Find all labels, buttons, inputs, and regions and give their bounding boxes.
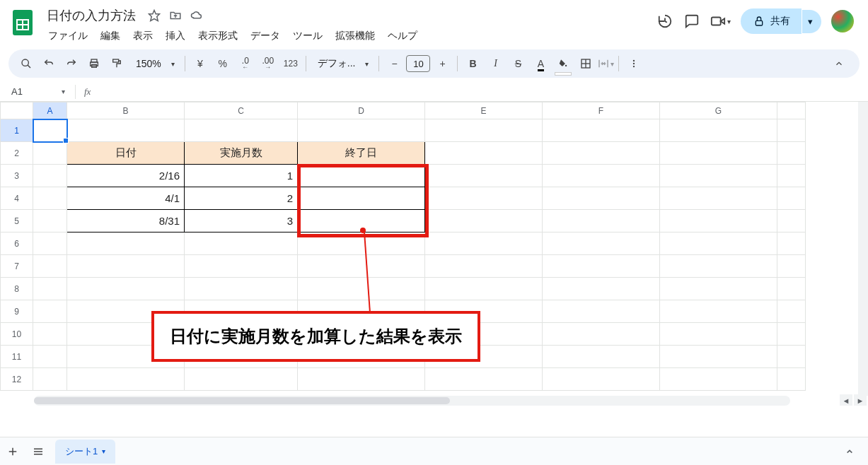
cell[interactable]	[543, 187, 660, 210]
cell-C4[interactable]: 2	[185, 187, 298, 210]
cell[interactable]	[660, 187, 777, 210]
cell[interactable]	[33, 346, 67, 368]
cell[interactable]	[660, 368, 777, 391]
zoom-select[interactable]: 150%▾	[129, 58, 180, 69]
cell[interactable]	[660, 300, 777, 323]
menu-data[interactable]: データ	[245, 27, 286, 45]
cell[interactable]	[777, 142, 806, 165]
cell-B2[interactable]: 日付	[67, 142, 185, 165]
cell[interactable]	[660, 346, 777, 368]
star-icon[interactable]	[147, 8, 161, 23]
col-header-B[interactable]: B	[67, 102, 185, 119]
row-header-3[interactable]: 3	[1, 165, 33, 187]
row-header-7[interactable]: 7	[1, 255, 33, 278]
cell[interactable]	[67, 232, 185, 255]
cell[interactable]	[777, 232, 806, 255]
cloud-status-icon[interactable]	[190, 8, 204, 23]
cell-B4[interactable]: 4/1	[67, 187, 185, 210]
cell-C2[interactable]: 実施月数	[185, 142, 298, 165]
cell[interactable]	[543, 142, 660, 165]
cell-D3[interactable]	[298, 165, 425, 187]
account-avatar[interactable]	[831, 10, 854, 33]
cell[interactable]	[425, 255, 543, 278]
cell-C5[interactable]: 3	[185, 210, 298, 232]
cell[interactable]	[543, 368, 660, 391]
cell[interactable]	[33, 187, 67, 210]
col-header-C[interactable]: C	[185, 102, 298, 119]
cell-C3[interactable]: 1	[185, 165, 298, 187]
cell[interactable]	[33, 210, 67, 232]
menu-tools[interactable]: ツール	[287, 27, 328, 45]
decrease-decimal-icon[interactable]: .0←	[235, 53, 256, 74]
scroll-right-icon[interactable]: ►	[854, 394, 867, 406]
cell[interactable]	[660, 255, 777, 278]
sheet-tab-1[interactable]: シート1 ▾	[55, 440, 115, 464]
cell-B3[interactable]: 2/16	[67, 165, 185, 187]
cell[interactable]	[67, 278, 185, 300]
cell[interactable]	[298, 368, 425, 391]
menu-view[interactable]: 表示	[127, 27, 158, 45]
cell[interactable]	[185, 119, 298, 142]
row-header-11[interactable]: 11	[1, 346, 33, 368]
fontsize-increase[interactable]: +	[432, 53, 453, 74]
sheet-tab-menu-icon[interactable]: ▾	[102, 447, 105, 455]
cell[interactable]	[543, 346, 660, 368]
cell[interactable]	[67, 255, 185, 278]
increase-decimal-icon[interactable]: .00→	[257, 53, 279, 74]
cell[interactable]	[298, 278, 425, 300]
cell[interactable]	[777, 300, 806, 323]
cell[interactable]	[660, 323, 777, 346]
add-sheet-icon[interactable]	[0, 439, 25, 464]
cell[interactable]	[33, 323, 67, 346]
cell-B5[interactable]: 8/31	[67, 210, 185, 232]
row-header-12[interactable]: 12	[1, 368, 33, 391]
meet-icon[interactable]: ▾	[710, 13, 731, 30]
name-box[interactable]: A1 ▾	[6, 86, 71, 97]
cell[interactable]	[425, 142, 543, 165]
menu-extensions[interactable]: 拡張機能	[330, 27, 381, 45]
share-button[interactable]: 共有	[741, 8, 802, 34]
cell[interactable]	[33, 300, 67, 323]
cell[interactable]	[425, 278, 543, 300]
row-header-8[interactable]: 8	[1, 278, 33, 300]
undo-icon[interactable]	[38, 53, 59, 74]
col-header-D[interactable]: D	[298, 102, 425, 119]
row-header-10[interactable]: 10	[1, 323, 33, 346]
strikethrough-icon[interactable]: S	[507, 53, 528, 74]
col-header-E[interactable]: E	[425, 102, 543, 119]
cell[interactable]	[33, 255, 67, 278]
vertical-scrollbar[interactable]	[858, 102, 868, 396]
fontsize-input[interactable]: 10	[406, 55, 430, 72]
cell[interactable]	[425, 232, 543, 255]
cell[interactable]	[298, 255, 425, 278]
row-header-6[interactable]: 6	[1, 232, 33, 255]
cell[interactable]	[777, 323, 806, 346]
cell[interactable]	[777, 165, 806, 187]
cell[interactable]	[425, 119, 543, 142]
doc-title[interactable]: 日付の入力方法	[42, 6, 140, 25]
more-formats-icon[interactable]: 123	[280, 53, 301, 74]
cell[interactable]	[777, 119, 806, 142]
menu-format[interactable]: 表示形式	[192, 27, 243, 45]
cell-D4[interactable]	[298, 187, 425, 210]
cell[interactable]	[777, 368, 806, 391]
cell[interactable]	[543, 300, 660, 323]
redo-icon[interactable]	[61, 53, 82, 74]
col-header-F[interactable]: F	[543, 102, 660, 119]
share-dropdown[interactable]: ▾	[802, 10, 821, 33]
cell[interactable]	[298, 232, 425, 255]
cell[interactable]	[185, 278, 298, 300]
percent-icon[interactable]: %	[212, 53, 233, 74]
cell[interactable]	[777, 255, 806, 278]
cell[interactable]	[425, 368, 543, 391]
row-header-4[interactable]: 4	[1, 187, 33, 210]
cell[interactable]	[298, 119, 425, 142]
collapse-toolbar-icon[interactable]	[831, 53, 852, 74]
cell[interactable]	[185, 255, 298, 278]
cell[interactable]	[543, 232, 660, 255]
borders-icon[interactable]	[575, 53, 596, 74]
cell[interactable]	[543, 210, 660, 232]
cell[interactable]	[543, 119, 660, 142]
cell[interactable]	[33, 165, 67, 187]
cell[interactable]	[425, 165, 543, 187]
